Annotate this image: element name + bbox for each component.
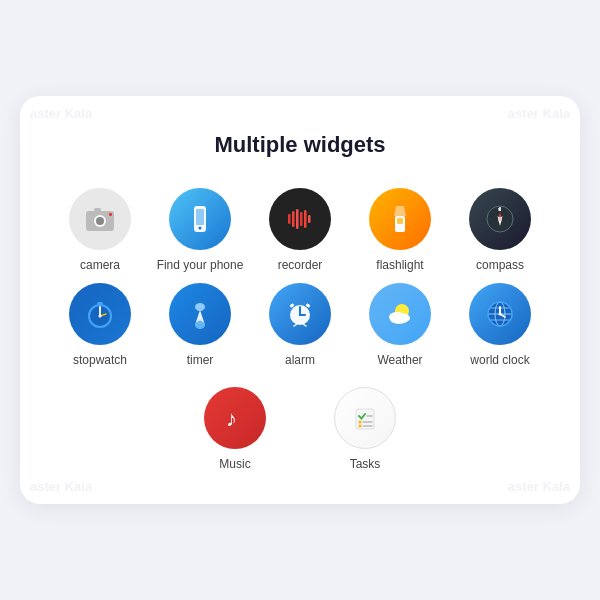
tasks-icon [348,401,382,435]
widget-row-2: stopwatch timer [50,283,550,369]
tasks-label: Tasks [350,457,381,473]
stopwatch-icon [83,297,117,331]
camera-icon [83,202,117,236]
timer-label: timer [187,353,214,369]
flashlight-label: flashlight [376,258,423,274]
alarm-icon-bg [269,283,331,345]
widget-find-phone[interactable]: Find your phone [155,188,245,274]
svg-marker-14 [394,206,406,216]
recorder-icon-bg [269,188,331,250]
svg-point-31 [195,321,205,329]
svg-point-2 [96,217,104,225]
svg-rect-3 [94,208,101,212]
music-icon: ♪ [218,401,252,435]
widget-camera[interactable]: camera [55,188,145,274]
music-icon-bg: ♪ [204,387,266,449]
svg-point-28 [195,303,205,311]
widget-timer[interactable]: timer [155,283,245,369]
weather-icon [383,297,417,331]
widget-alarm[interactable]: alarm [255,283,345,369]
svg-point-40 [390,314,408,324]
worldclock-icon [483,297,517,331]
svg-point-7 [199,226,202,229]
widget-worldclock[interactable]: world clock [455,283,545,369]
flashlight-icon-bg [369,188,431,250]
svg-point-55 [359,424,362,427]
music-label: Music [219,457,250,473]
timer-icon [183,297,217,331]
worldclock-label: world clock [470,353,529,369]
camera-label: camera [80,258,120,274]
svg-text:N: N [498,207,501,212]
recorder-icon [283,202,317,236]
find-phone-icon [183,202,217,236]
stopwatch-label: stopwatch [73,353,127,369]
weather-label: Weather [377,353,422,369]
widget-flashlight[interactable]: flashlight [355,188,445,274]
alarm-icon [283,297,317,331]
stopwatch-icon-bg [69,283,131,345]
svg-rect-8 [288,214,291,224]
svg-rect-4 [109,213,112,216]
find-phone-label: Find your phone [157,258,244,274]
widget-row-1: camera Find your phone [50,188,550,274]
widget-stopwatch[interactable]: stopwatch [55,283,145,369]
widget-tasks[interactable]: Tasks [320,387,410,473]
tasks-icon-bg [334,387,396,449]
svg-rect-34 [306,303,311,308]
compass-icon: N [483,202,517,236]
svg-point-49 [499,313,502,316]
widget-recorder[interactable]: recorder [255,188,345,274]
svg-rect-10 [296,209,299,229]
svg-line-36 [303,324,306,326]
svg-rect-13 [308,215,311,223]
widget-music[interactable]: ♪ Music [190,387,280,473]
svg-rect-12 [304,210,307,228]
widget-grid: camera Find your phone [50,188,550,473]
compass-label: compass [476,258,524,274]
find-phone-icon-bg [169,188,231,250]
flashlight-icon [383,202,417,236]
svg-rect-6 [196,209,204,225]
timer-icon-bg [169,283,231,345]
recorder-label: recorder [278,258,323,274]
svg-point-53 [359,420,362,423]
svg-rect-33 [290,303,295,308]
widget-row-3: ♪ Music [50,387,550,473]
compass-icon-bg: N [469,188,531,250]
widget-compass[interactable]: N compass [455,188,545,274]
camera-icon-bg [69,188,131,250]
page-title: Multiple widgets [50,132,550,158]
svg-point-22 [498,217,502,221]
svg-point-27 [99,315,102,318]
widget-weather[interactable]: Weather [355,283,445,369]
svg-rect-24 [97,302,103,305]
weather-icon-bg [369,283,431,345]
svg-rect-9 [292,211,295,227]
svg-line-35 [294,324,297,326]
alarm-label: alarm [285,353,315,369]
worldclock-icon-bg [469,283,531,345]
svg-text:♪: ♪ [226,406,237,431]
svg-rect-11 [300,212,303,226]
svg-rect-16 [397,218,403,224]
